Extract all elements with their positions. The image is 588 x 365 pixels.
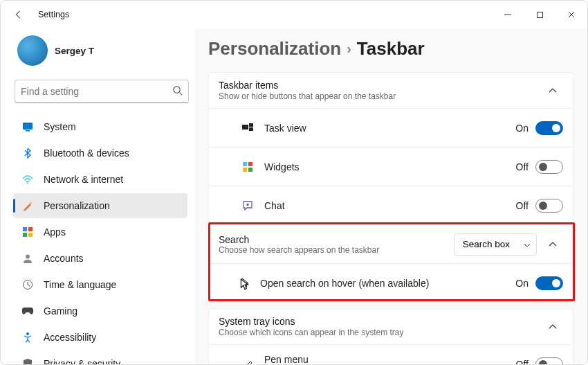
search-hover-toggle[interactable] [535, 276, 563, 290]
dropdown-value: Search box [463, 239, 510, 249]
svg-rect-11 [28, 233, 33, 237]
chat-toggle[interactable] [535, 199, 563, 213]
collapse-button[interactable] [542, 234, 563, 255]
sidebar-item-accounts[interactable]: Accounts [13, 246, 187, 271]
search-subtitle: Choose how search appears on the taskbar [219, 245, 454, 255]
widgets-row: Widgets Off [209, 147, 573, 186]
toggle-state: Off [516, 161, 529, 172]
search-icon [172, 85, 183, 98]
taskview-toggle[interactable] [535, 121, 563, 135]
sidebar-item-label: Accessibility [44, 332, 96, 343]
svg-line-3 [179, 92, 182, 95]
privacy-icon [21, 357, 34, 365]
toggle-state: On [515, 123, 529, 134]
sidebar-item-personalization[interactable]: Personalization [13, 193, 187, 218]
section-subtitle: Choose which icons can appear in the sys… [219, 328, 403, 337]
svg-rect-4 [23, 123, 33, 130]
sidebar-item-label: Bluetooth & devices [44, 148, 129, 159]
svg-rect-8 [23, 227, 27, 231]
toggle-state: Off [516, 200, 529, 211]
svg-rect-10 [23, 233, 27, 237]
svg-rect-17 [249, 127, 253, 131]
svg-rect-5 [26, 130, 30, 132]
close-button[interactable] [555, 3, 587, 26]
profile-block[interactable]: Sergey T [17, 35, 187, 66]
chevron-down-icon [524, 239, 531, 249]
svg-rect-20 [243, 168, 247, 172]
svg-point-2 [174, 86, 180, 92]
user-name: Sergey T [55, 46, 94, 56]
row-label: Open search on hover (when available) [260, 278, 515, 289]
svg-point-6 [27, 183, 28, 184]
widgets-icon [241, 161, 255, 172]
apps-icon [21, 226, 34, 238]
collapse-button[interactable] [542, 80, 563, 101]
minimize-button[interactable] [492, 3, 524, 26]
svg-rect-16 [249, 123, 253, 127]
taskbar-items-card: Taskbar items Show or hide buttons that … [208, 72, 573, 303]
time-icon [21, 278, 34, 291]
pen-menu-row: Pen menu Show pen menu icon when pen is … [209, 344, 573, 364]
search-hover-row: Open search on hover (when available) On [209, 263, 573, 302]
sidebar-item-gaming[interactable]: Gaming [13, 299, 187, 323]
taskview-row: Task view On [209, 108, 573, 147]
sidebar-item-label: Network & internet [44, 174, 123, 185]
gaming-icon [21, 305, 34, 317]
sidebar-item-accessibility[interactable]: Accessibility [13, 325, 187, 350]
sidebar-item-privacy[interactable]: Privacy & security [13, 351, 187, 365]
avatar [17, 35, 48, 66]
row-label: Chat [264, 200, 516, 211]
svg-point-12 [26, 255, 30, 259]
section-title: System tray icons [219, 316, 403, 327]
maximize-button[interactable] [524, 3, 555, 26]
pen-icon [241, 359, 255, 365]
window-title: Settings [38, 10, 69, 19]
search-input[interactable] [21, 86, 172, 97]
personalization-icon [21, 199, 34, 212]
section-title: Taskbar items [219, 80, 396, 91]
taskview-icon [241, 123, 255, 133]
search-mode-dropdown[interactable]: Search box [454, 233, 537, 256]
network-icon [21, 173, 34, 186]
breadcrumb-current: Taskbar [357, 38, 425, 60]
bluetooth-icon [21, 147, 34, 159]
svg-rect-18 [243, 162, 247, 166]
section-subtitle: Show or hide buttons that appear on the … [219, 91, 396, 101]
toggle-state: Off [516, 359, 529, 365]
sidebar-item-label: Personalization [44, 200, 110, 211]
back-button[interactable] [8, 3, 30, 26]
search-input-container[interactable] [15, 80, 189, 103]
sidebar-item-label: Time & language [44, 279, 116, 290]
row-label: Task view [264, 123, 515, 134]
row-label: Widgets [264, 161, 516, 172]
accounts-icon [21, 252, 34, 265]
sidebar-item-apps[interactable]: Apps [13, 220, 187, 244]
sidebar-item-network[interactable]: Network & internet [13, 167, 187, 192]
svg-rect-1 [537, 12, 542, 17]
svg-rect-21 [248, 168, 252, 172]
search-section-header: Search Choose how search appears on the … [209, 224, 573, 263]
search-title: Search [219, 234, 454, 245]
svg-rect-15 [242, 125, 248, 130]
collapse-button[interactable] [542, 317, 563, 337]
sidebar-item-system[interactable]: System [13, 114, 187, 139]
chevron-right-icon: › [347, 41, 351, 57]
system-icon [21, 121, 34, 133]
chat-icon [241, 200, 255, 211]
widgets-toggle[interactable] [535, 160, 563, 174]
breadcrumb: Personalization › Taskbar [208, 38, 583, 60]
main-content: Personalization › Taskbar Taskbar items … [194, 28, 587, 364]
toggle-state: On [515, 278, 529, 289]
pen-menu-toggle[interactable] [535, 357, 563, 365]
sidebar-item-time[interactable]: Time & language [13, 272, 187, 297]
chat-row: Chat Off [209, 186, 573, 224]
sidebar-item-label: Gaming [44, 305, 77, 317]
breadcrumb-parent[interactable]: Personalization [208, 38, 341, 60]
svg-rect-19 [248, 162, 252, 166]
sidebar: Sergey T System Bluetooth & devices Netw… [1, 28, 194, 364]
svg-rect-9 [28, 227, 33, 231]
accessibility-icon [21, 331, 34, 344]
sidebar-item-label: System [44, 121, 76, 132]
sidebar-item-bluetooth[interactable]: Bluetooth & devices [13, 141, 187, 166]
cursor-icon [241, 278, 250, 289]
